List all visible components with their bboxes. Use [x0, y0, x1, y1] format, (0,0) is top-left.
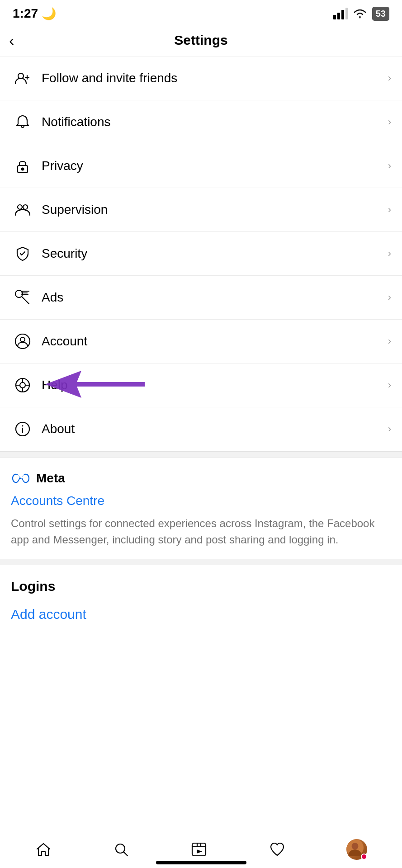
ads-label: Ads: [42, 290, 388, 305]
svg-marker-32: [197, 849, 202, 854]
add-account-button[interactable]: Add account: [11, 607, 391, 622]
nav-reels[interactable]: [181, 837, 217, 862]
ads-chevron: ›: [388, 292, 391, 303]
privacy-label: Privacy: [42, 159, 388, 173]
battery-icon: 53: [372, 7, 389, 21]
settings-item-supervision[interactable]: Supervision ›: [0, 188, 402, 232]
settings-item-about[interactable]: About ›: [0, 407, 402, 451]
supervision-label: Supervision: [42, 203, 388, 217]
follow-label: Follow and invite friends: [42, 71, 388, 85]
help-chevron: ›: [388, 379, 391, 391]
account-label: Account: [42, 334, 388, 349]
account-chevron: ›: [388, 335, 391, 347]
svg-rect-0: [333, 15, 336, 19]
follow-chevron: ›: [388, 72, 391, 84]
follow-icon: [11, 66, 34, 90]
settings-item-security[interactable]: Security ›: [0, 232, 402, 276]
svg-point-8: [23, 205, 28, 209]
settings-item-account[interactable]: Account ›: [0, 320, 402, 363]
help-icon: [11, 373, 34, 397]
nav-search[interactable]: [104, 837, 139, 862]
svg-point-6: [22, 168, 24, 170]
settings-item-privacy[interactable]: Privacy ›: [0, 144, 402, 188]
meta-logo-icon: [11, 472, 31, 485]
security-chevron: ›: [388, 248, 391, 259]
section-divider: [0, 451, 402, 458]
svg-point-7: [18, 205, 22, 209]
wifi-icon: [352, 8, 368, 19]
supervision-icon: [11, 198, 34, 222]
lock-icon: [11, 154, 34, 178]
shield-icon: [11, 242, 34, 265]
status-icons: 53: [333, 7, 389, 21]
moon-icon: 🌙: [42, 7, 56, 21]
svg-rect-28: [192, 843, 206, 856]
meta-logo-row: Meta: [11, 471, 391, 486]
bell-icon: [11, 110, 34, 134]
nav-activity[interactable]: [260, 837, 295, 862]
home-indicator: [156, 861, 246, 864]
supervision-chevron: ›: [388, 204, 391, 216]
settings-list: Follow and invite friends › Notification…: [0, 57, 402, 451]
status-time: 1:27: [13, 6, 38, 21]
meta-section: Meta Accounts Centre Control settings fo…: [0, 458, 402, 565]
status-bar: 1:27 🌙 53: [0, 0, 402, 24]
heart-icon: [269, 841, 286, 858]
back-button[interactable]: ‹: [9, 33, 14, 48]
home-icon: [35, 841, 52, 858]
svg-rect-3: [345, 8, 348, 19]
svg-line-27: [123, 852, 128, 856]
logins-section: Logins Add account: [0, 565, 402, 636]
about-label: About: [42, 422, 388, 436]
settings-item-ads[interactable]: Ads ›: [0, 276, 402, 320]
nav-home[interactable]: [26, 837, 61, 862]
privacy-chevron: ›: [388, 160, 391, 172]
header: ‹ Settings: [0, 24, 402, 57]
help-label: Help: [42, 378, 388, 392]
security-label: Security: [42, 246, 388, 261]
notifications-label: Notifications: [42, 115, 388, 129]
notification-dot: [361, 854, 367, 860]
signal-icon: [333, 8, 348, 19]
logins-title: Logins: [11, 579, 391, 594]
svg-point-15: [20, 337, 25, 342]
svg-point-17: [20, 382, 25, 388]
accounts-centre-link[interactable]: Accounts Centre: [11, 494, 391, 508]
nav-profile[interactable]: [337, 835, 376, 863]
about-chevron: ›: [388, 423, 391, 435]
settings-item-notifications[interactable]: Notifications ›: [0, 100, 402, 144]
ads-icon: [11, 286, 34, 309]
notifications-chevron: ›: [388, 116, 391, 128]
settings-item-help[interactable]: Help ›: [0, 363, 402, 407]
info-icon: [11, 417, 34, 441]
reels-icon: [190, 841, 208, 858]
account-icon: [11, 330, 34, 353]
svg-rect-2: [341, 10, 344, 19]
svg-point-34: [351, 843, 358, 849]
svg-point-25: [22, 425, 24, 427]
search-icon: [113, 841, 130, 858]
svg-line-10: [22, 297, 29, 304]
svg-rect-1: [337, 13, 340, 19]
meta-description: Control settings for connected experienc…: [11, 515, 391, 548]
meta-text: Meta: [36, 471, 65, 486]
settings-item-follow[interactable]: Follow and invite friends ›: [0, 57, 402, 100]
page-title: Settings: [174, 33, 227, 48]
